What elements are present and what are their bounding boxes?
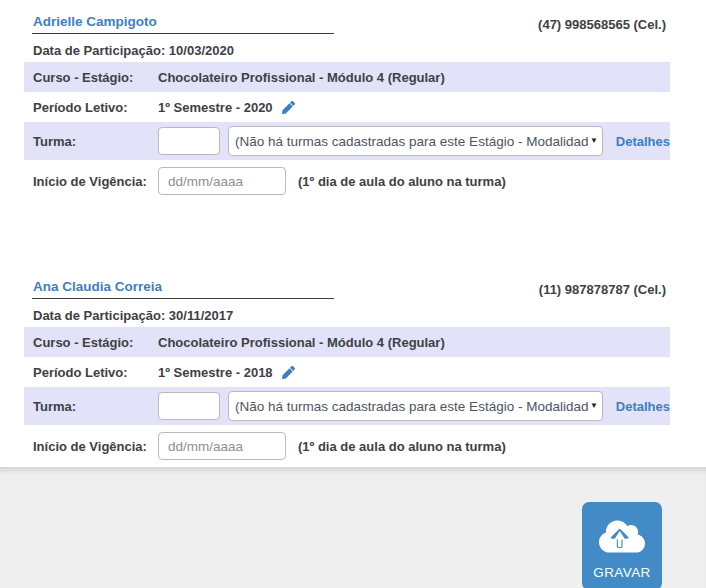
vigencia-row: Início de Vigência: (1º dia de aula do a… [24, 160, 670, 202]
student-header-row: Ana Claudia Correia (11) 987878787 (Cel.… [24, 277, 670, 299]
footer-action-bar: GRAVAR [0, 467, 706, 588]
student-record: Adrielle Campigoto (47) 998568565 (Cel.)… [24, 12, 670, 202]
turma-select-value: (Não há turmas cadastradas para este Est… [235, 134, 592, 149]
dropdown-caret-icon: ▼ [590, 402, 598, 410]
student-name-link[interactable]: Adrielle Campigoto [33, 14, 157, 29]
period-label: Período Letivo: [33, 365, 158, 380]
phone-number: (11) 987878787 (Cel.) [539, 282, 666, 297]
participation-value: 10/03/2020 [169, 43, 234, 58]
phone-number: (47) 998568565 (Cel.) [538, 17, 666, 32]
turma-select[interactable]: (Não há turmas cadastradas para este Est… [228, 391, 603, 421]
edit-pencil-icon[interactable] [282, 101, 295, 114]
student-header-row: Adrielle Campigoto (47) 998568565 (Cel.) [24, 12, 670, 34]
turma-select-value: (Não há turmas cadastradas para este Est… [235, 399, 592, 414]
student-name-underline: Ana Claudia Correia [32, 277, 334, 299]
vigencia-label: Início de Vigência: [33, 174, 158, 189]
turma-label: Turma: [33, 399, 158, 414]
student-name-link[interactable]: Ana Claudia Correia [33, 279, 162, 294]
course-label: Curso - Estágio: [33, 70, 158, 85]
students-form-area: Adrielle Campigoto (47) 998568565 (Cel.)… [0, 0, 706, 467]
course-value: Chocolateiro Profissional - Módulo 4 (Re… [158, 70, 445, 85]
vigencia-hint: (1º dia de aula do aluno na turma) [298, 174, 506, 189]
vigencia-date-input[interactable] [158, 167, 286, 195]
course-value: Chocolateiro Profissional - Módulo 4 (Re… [158, 335, 445, 350]
participation-date-row: Data de Participação: 30/11/2017 [24, 308, 670, 323]
course-label: Curso - Estágio: [33, 335, 158, 350]
save-button[interactable]: GRAVAR [582, 502, 662, 588]
period-row: Período Letivo: 1º Semestre - 2020 [24, 92, 670, 122]
detalhes-link[interactable]: Detalhes [616, 134, 670, 149]
student-record: Ana Claudia Correia (11) 987878787 (Cel.… [24, 277, 670, 467]
detalhes-link[interactable]: Detalhes [616, 399, 670, 414]
period-value: 1º Semestre - 2020 [158, 100, 273, 115]
course-row: Curso - Estágio: Chocolateiro Profission… [24, 327, 670, 357]
turma-row: Turma: (Não há turmas cadastradas para e… [24, 122, 670, 160]
edit-pencil-icon[interactable] [282, 366, 295, 379]
turma-select[interactable]: (Não há turmas cadastradas para este Est… [228, 126, 603, 156]
period-label: Período Letivo: [33, 100, 158, 115]
cloud-upload-icon [599, 518, 645, 558]
participation-label: Data de Participação: [33, 43, 165, 58]
turma-code-input[interactable] [158, 392, 220, 420]
turma-code-input[interactable] [158, 127, 220, 155]
vigencia-hint: (1º dia de aula do aluno na turma) [298, 439, 506, 454]
student-name-underline: Adrielle Campigoto [32, 12, 334, 34]
turma-label: Turma: [33, 134, 158, 149]
vigencia-row: Início de Vigência: (1º dia de aula do a… [24, 425, 670, 467]
period-value: 1º Semestre - 2018 [158, 365, 273, 380]
dropdown-caret-icon: ▼ [590, 137, 598, 145]
participation-value: 30/11/2017 [169, 308, 233, 323]
course-row: Curso - Estágio: Chocolateiro Profission… [24, 62, 670, 92]
participation-date-row: Data de Participação: 10/03/2020 [24, 43, 670, 58]
save-button-label: GRAVAR [593, 565, 650, 580]
turma-row: Turma: (Não há turmas cadastradas para e… [24, 387, 670, 425]
period-row: Período Letivo: 1º Semestre - 2018 [24, 357, 670, 387]
enrollment-form-page: Adrielle Campigoto (47) 998568565 (Cel.)… [0, 0, 706, 588]
participation-label: Data de Participação: [33, 308, 165, 323]
vigencia-label: Início de Vigência: [33, 439, 158, 454]
vigencia-date-input[interactable] [158, 432, 286, 460]
